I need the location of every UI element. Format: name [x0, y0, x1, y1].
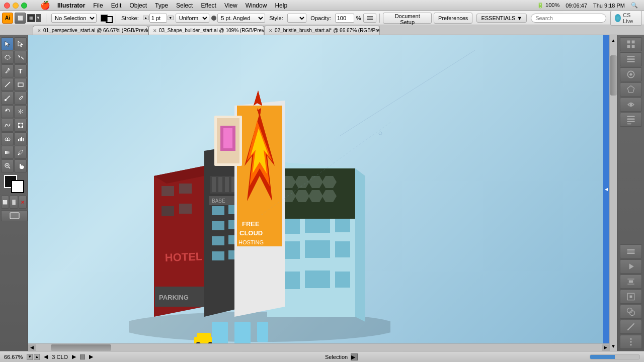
- line-tool[interactable]: [1, 78, 14, 91]
- essentials-button[interactable]: ESSENTIALS ▼: [476, 14, 527, 23]
- stroke-value-input[interactable]: [149, 14, 167, 23]
- toolbar: Ai ⬜ ▦ ▼ No Selection Stroke: ▲ ▼ Unifor…: [0, 11, 644, 25]
- stroke-swatch[interactable]: [106, 16, 113, 23]
- panel-btn-transform[interactable]: [620, 290, 642, 304]
- panel-btn-stroke[interactable]: [620, 320, 642, 334]
- rotate-tool[interactable]: [1, 105, 14, 118]
- eyedropper-tool[interactable]: [14, 146, 27, 159]
- play-btn[interactable]: ▶: [89, 353, 93, 360]
- shape-builder-tool[interactable]: [1, 132, 14, 145]
- panel-btn-3[interactable]: [620, 67, 642, 81]
- color-mode-btn[interactable]: ⬜: [1, 196, 9, 209]
- scroll-thumb-vertical[interactable]: [610, 55, 617, 96]
- pencil-tool[interactable]: [14, 92, 27, 105]
- panel-collapse-handle[interactable]: ◀: [603, 35, 609, 343]
- panel-btn-4[interactable]: [620, 82, 642, 97]
- panel-btn-align[interactable]: [620, 275, 642, 289]
- panel-btn-options[interactable]: [620, 335, 642, 349]
- zoom-down-btn[interactable]: ▼: [27, 354, 33, 360]
- scroll-left-arrow[interactable]: ◀: [28, 344, 36, 351]
- tool-row-5: [1, 92, 27, 105]
- scrollbar-horizontal[interactable]: ◀ ▶: [28, 343, 609, 351]
- menu-select[interactable]: Select: [172, 0, 197, 11]
- menu-help[interactable]: Help: [271, 0, 291, 11]
- opacity-options[interactable]: [363, 14, 377, 23]
- opacity-input[interactable]: [335, 14, 354, 23]
- tool-options-arrow[interactable]: ▶: [351, 353, 358, 360]
- selection-dropdown[interactable]: No Selection: [51, 14, 97, 23]
- graph-tool[interactable]: [14, 132, 27, 145]
- menu-object[interactable]: Object: [125, 0, 151, 11]
- scroll-up-arrow[interactable]: ▲: [610, 35, 617, 45]
- brush-dropdown[interactable]: 5 pt. Angled: [217, 14, 265, 23]
- svg-rect-137: [627, 116, 634, 118]
- stroke-up-arrow[interactable]: ▲: [143, 16, 149, 20]
- panel-btn-layers[interactable]: [620, 244, 642, 258]
- stop-btn[interactable]: [80, 354, 85, 359]
- panel-btn-pathfinder[interactable]: [620, 305, 642, 319]
- panel-btn-actions[interactable]: [620, 259, 642, 274]
- reflect-tool[interactable]: [14, 105, 27, 118]
- close-button[interactable]: [4, 3, 10, 9]
- search-icon-top[interactable]: 🔍: [631, 2, 638, 9]
- warp-tool[interactable]: [1, 119, 14, 132]
- panel-btn-1[interactable]: [620, 37, 642, 51]
- pen-tool[interactable]: [1, 64, 14, 77]
- maximize-button[interactable]: [21, 3, 27, 9]
- prev-artboard[interactable]: ◀: [44, 353, 48, 360]
- rect-tool[interactable]: [14, 78, 27, 91]
- gradient-tool[interactable]: [1, 146, 14, 159]
- next-artboard[interactable]: ▶: [72, 353, 76, 360]
- scroll-thumb-horizontal[interactable]: [51, 344, 111, 351]
- gradient-mode-btn[interactable]: ▓: [10, 196, 18, 209]
- panel-btn-5[interactable]: [620, 98, 642, 112]
- none-mode-btn[interactable]: ✕: [19, 196, 27, 209]
- tab-close-1[interactable]: ✕: [37, 28, 41, 33]
- direct-select-tool[interactable]: [14, 37, 27, 50]
- zoom-tool[interactable]: [1, 159, 14, 172]
- tab-2[interactable]: ✕ 03_Shape_builder_start.ai @ 109% (RGB/…: [148, 26, 264, 35]
- apple-menu[interactable]: 🍎: [37, 0, 53, 11]
- menu-effect[interactable]: Effect: [197, 0, 220, 11]
- hand-tool[interactable]: [14, 159, 27, 172]
- cs-live-button[interactable]: CS Live: [610, 11, 642, 26]
- tab-close-3[interactable]: ✕: [269, 28, 273, 33]
- menu-edit[interactable]: Edit: [107, 0, 126, 11]
- svg-rect-131: [627, 56, 634, 57]
- preferences-button[interactable]: Preferences: [434, 13, 472, 24]
- tab-1[interactable]: ✕ 01_perspective_start.ai @ 66.67% (RGB/…: [33, 26, 148, 35]
- document-setup-button[interactable]: Document Setup: [383, 13, 432, 24]
- selection-tool[interactable]: [1, 37, 14, 50]
- paintbrush-tool[interactable]: [1, 92, 14, 105]
- canvas-area[interactable]: HOTEL HOTEL PARKING: [28, 35, 617, 351]
- toolbar-icon1[interactable]: ⬜: [15, 13, 26, 24]
- app-name[interactable]: Illustrator: [53, 0, 89, 11]
- menu-view[interactable]: View: [220, 0, 242, 11]
- minimize-button[interactable]: [13, 3, 19, 9]
- menu-file[interactable]: File: [89, 0, 107, 11]
- percent-sign: %: [356, 15, 361, 21]
- tab-3[interactable]: ✕ 02_bristle_brush_start.ai* @ 66.67% (R…: [264, 26, 380, 35]
- type-tool[interactable]: T: [14, 64, 27, 77]
- menu-window[interactable]: Window: [242, 0, 271, 11]
- screen-mode-btn[interactable]: [1, 210, 28, 221]
- scroll-down-arrow[interactable]: ▼: [610, 341, 617, 351]
- stroke-down-arrow[interactable]: ▼: [168, 16, 174, 20]
- stroke-color-box[interactable]: [11, 180, 24, 193]
- style-dropdown[interactable]: [287, 14, 307, 23]
- lasso-tool[interactable]: [1, 51, 14, 64]
- search-input[interactable]: [531, 14, 606, 23]
- menu-type[interactable]: Type: [151, 0, 172, 11]
- toolbar-icon2[interactable]: ▦ ▼: [27, 14, 41, 22]
- scroll-right-arrow[interactable]: ▶: [602, 344, 609, 351]
- tab-close-2[interactable]: ✕: [153, 28, 157, 33]
- svg-rect-129: [627, 45, 630, 48]
- free-transform-tool[interactable]: [14, 119, 27, 132]
- stroke-type-dropdown[interactable]: Uniform: [176, 14, 209, 23]
- tool-row-4: [1, 78, 27, 91]
- magic-wand-tool[interactable]: [14, 51, 27, 64]
- scrollbar-vertical[interactable]: ▲ ▼: [609, 35, 617, 351]
- zoom-up-btn[interactable]: ▲: [34, 354, 40, 360]
- panel-btn-2[interactable]: [620, 52, 642, 66]
- panel-btn-6[interactable]: [620, 113, 642, 127]
